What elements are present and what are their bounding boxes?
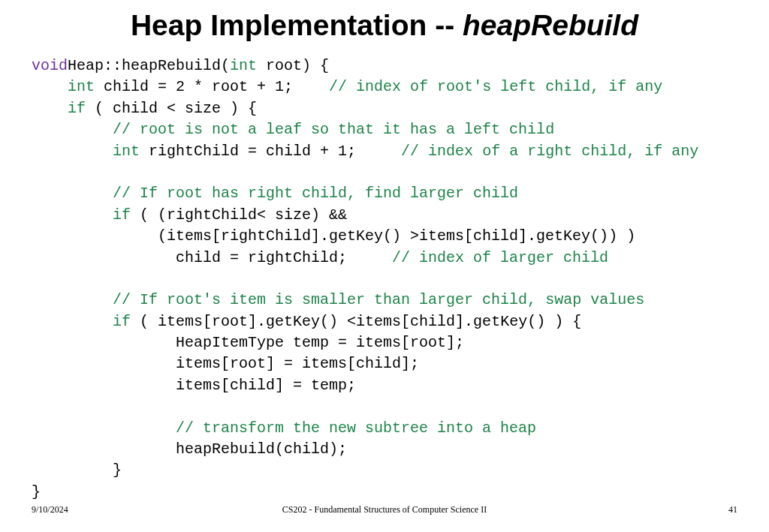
title-text-1: Heap Implementation --: [131, 9, 463, 41]
code-text: (items[rightChild].getKey() >items[child…: [32, 227, 635, 245]
indent: [32, 100, 68, 117]
slide: Heap Implementation -- heapRebuild voidH…: [0, 0, 769, 532]
kw-if: if: [68, 100, 86, 117]
code-text: }: [32, 483, 41, 500]
code-text: root) {: [257, 57, 329, 74]
indent: [32, 206, 113, 224]
slide-title: Heap Implementation -- heapRebuild: [32, 9, 737, 42]
indent: [32, 291, 113, 308]
code-text: child = rightChild;: [32, 249, 392, 266]
footer: 9/10/2024 CS202 - Fundamental Structures…: [0, 504, 769, 515]
indent: [32, 78, 68, 95]
type-int: int: [113, 143, 140, 160]
indent: [32, 313, 113, 330]
indent: [32, 185, 113, 202]
code-text: ( child < size ) {: [86, 100, 257, 117]
type-int: int: [68, 78, 95, 95]
code-text: rightChild = child + 1;: [140, 143, 401, 160]
comment: // index of a right child, if any: [401, 143, 698, 160]
code-text: child = 2 * root + 1;: [95, 78, 329, 95]
comment: // root is not a leaf so that it has a l…: [113, 121, 554, 138]
type-int: int: [230, 57, 257, 74]
code-text: items[child] = temp;: [32, 377, 356, 394]
code-text: ( items[root].getKey() <items[child].get…: [131, 313, 581, 330]
code-text: ( (rightChild< size) &&: [131, 206, 347, 224]
kw-if: if: [113, 313, 131, 330]
code-text: heapRebuild(child);: [32, 440, 347, 458]
code-text: HeapItemType temp = items[root];: [32, 334, 464, 351]
comment: // index of root's left child, if any: [329, 78, 662, 95]
kw-void: void: [32, 57, 68, 74]
comment: // index of larger child: [392, 249, 608, 266]
footer-course: CS202 - Fundamental Structures of Comput…: [0, 504, 769, 515]
code-text: }: [32, 461, 122, 479]
code-text: items[root] = items[child];: [32, 355, 419, 372]
indent: [32, 419, 176, 437]
kw-if: if: [113, 206, 131, 224]
footer-page: 41: [728, 504, 737, 515]
footer-date: 9/10/2024: [32, 504, 68, 515]
comment: // transform the new subtree into a heap: [176, 419, 536, 437]
title-text-2: heapRebuild: [463, 9, 638, 41]
indent: [32, 121, 113, 138]
indent: [32, 143, 113, 160]
comment: // If root has right child, find larger …: [113, 185, 518, 202]
code-block: voidHeap::heapRebuild(int root) { int ch…: [32, 56, 737, 503]
comment: // If root's item is smaller than larger…: [113, 291, 644, 308]
code-text: Heap::heapRebuild(: [68, 57, 230, 74]
